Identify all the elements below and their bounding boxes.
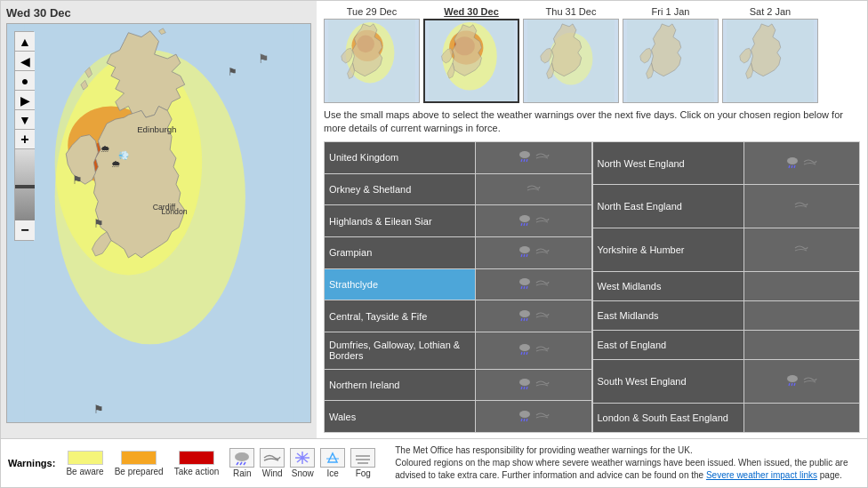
table-row[interactable]: Orkney & Shetland (325, 173, 592, 205)
wind-icon (793, 197, 809, 213)
region-name[interactable]: Central, Tayside & Fife (325, 300, 476, 332)
table-row[interactable]: Grampian (325, 236, 592, 268)
region-name[interactable]: West Midlands (592, 271, 743, 300)
region-name[interactable]: South West England (592, 360, 743, 404)
regions-table-left: United KingdomOrkney & ShetlandHighlands… (324, 141, 592, 433)
svg-line-35 (521, 223, 522, 226)
region-name[interactable]: East of England (592, 331, 743, 360)
rain-icon (517, 376, 533, 392)
severe-weather-link[interactable]: Severe weather impact links (706, 470, 817, 480)
rain-icon (784, 372, 800, 388)
uk-map-svg: Edinburgh Cardiff London ⚑ ⚑ ⚑ ⚑ 🌧 🌧 💨 ⚑ (7, 24, 310, 422)
legend-icon-fog: Fog (350, 448, 375, 478)
zoom-slider[interactable] (15, 149, 35, 220)
region-name[interactable]: Wales (325, 401, 476, 433)
svg-text:Edinburgh: Edinburgh (137, 124, 176, 134)
table-row[interactable]: United Kingdom (325, 141, 592, 173)
wind-icon (534, 376, 551, 392)
region-name[interactable]: Strathclyde (325, 268, 476, 300)
svg-line-72 (240, 462, 242, 465)
table-row[interactable]: South West England (592, 360, 860, 404)
region-name[interactable]: Dumfries, Galloway, Lothian & Borders (325, 332, 476, 369)
mini-map-tue29[interactable]: Tue 29 Dec (324, 6, 420, 103)
region-name[interactable]: Highlands & Eilean Siar (325, 205, 476, 237)
pan-left-button[interactable]: ◀ (15, 52, 35, 71)
pan-center-button[interactable]: ● (15, 71, 35, 91)
side-info: The Met Office has responsibility for pr… (386, 444, 860, 482)
app-container: Wed 30 Dec ▲ ◀ ● ▶ ▼ + − (0, 0, 868, 488)
table-row[interactable]: North East England (592, 185, 860, 228)
right-panel: Tue 29 Dec (317, 1, 867, 438)
region-name[interactable]: East Midlands (592, 300, 743, 330)
svg-line-63 (789, 165, 790, 168)
region-name[interactable]: London & South East England (592, 403, 743, 432)
pan-up-button[interactable]: ▲ (15, 32, 35, 52)
table-row[interactable]: East of England (592, 331, 860, 360)
mini-map-sat2[interactable]: Sat 2 Jan (722, 6, 818, 103)
region-name[interactable]: Yorkshire & Humber (592, 228, 743, 272)
legend-takeaction: Take action (174, 451, 220, 476)
svg-point-42 (519, 278, 530, 285)
region-name[interactable]: Orkney & Shetland (325, 173, 476, 205)
mini-map-img-thu31[interactable] (523, 19, 619, 103)
pan-down-button[interactable]: ▼ (15, 110, 35, 130)
rain-icon (517, 244, 533, 260)
main-map[interactable]: ▲ ◀ ● ▶ ▼ + − (6, 23, 311, 423)
mini-map-img-sat2[interactable] (722, 19, 818, 103)
svg-text:⚑: ⚑ (228, 66, 237, 77)
region-icons (743, 331, 860, 360)
region-name[interactable]: Northern Ireland (325, 369, 476, 401)
mini-map-img-tue29[interactable] (324, 19, 420, 103)
table-row[interactable]: North West England (592, 141, 860, 185)
region-icons (476, 173, 592, 205)
pan-right-button[interactable]: ▶ (15, 91, 35, 110)
zoom-in-button[interactable]: + (15, 130, 35, 149)
region-icons (743, 228, 860, 272)
rain-icon (517, 308, 533, 324)
table-row[interactable]: Wales (325, 401, 592, 433)
table-row[interactable]: Northern Ireland (325, 369, 592, 401)
mini-map-thu31[interactable]: Thu 31 Dec (523, 6, 619, 103)
region-name[interactable]: United Kingdom (325, 141, 476, 173)
svg-line-69 (794, 383, 795, 386)
svg-line-61 (526, 419, 527, 421)
wind-icon (534, 148, 551, 164)
legend-icon-rain: Rain (229, 448, 254, 478)
region-icons (476, 369, 592, 401)
legend-bar: Warnings: Be aware Be prepared Take acti… (1, 438, 867, 487)
table-row[interactable]: London & South East England (592, 403, 860, 432)
table-row[interactable]: Yorkshire & Humber (592, 228, 860, 272)
region-name[interactable]: Grampian (325, 236, 476, 268)
rain-label: Rain (233, 468, 252, 478)
info-text: Use the small maps above to select the w… (324, 108, 860, 136)
table-row[interactable]: Central, Tayside & Fife (325, 300, 592, 332)
mini-map-wed30[interactable]: Wed 30 Dec (423, 6, 519, 103)
mini-map-fri1[interactable]: Fri 1 Jan (623, 6, 719, 103)
legend-icon-group: Rain Wind (229, 448, 375, 478)
table-row[interactable]: Dumfries, Galloway, Lothian & Borders (325, 332, 592, 369)
zoom-out-button[interactable]: − (15, 220, 35, 240)
mini-map-img-fri1[interactable] (623, 19, 719, 103)
mini-map-img-wed30[interactable] (423, 19, 519, 103)
legend-icon-ice: Ice (320, 448, 345, 478)
svg-point-46 (519, 310, 530, 317)
legend-label-beaware: Be aware (66, 467, 103, 476)
table-row[interactable]: East Midlands (592, 300, 860, 330)
svg-line-52 (524, 352, 525, 355)
wind-icon (534, 276, 551, 292)
side-info-text1: The Met Office has responsibility for pr… (395, 445, 692, 455)
svg-line-32 (524, 159, 525, 162)
legend-beprepared: Be prepared (115, 451, 164, 476)
fog-icon-box (350, 448, 375, 468)
legend-beaware: Be aware (66, 451, 103, 476)
svg-line-68 (792, 383, 792, 386)
region-name[interactable]: North West England (592, 141, 743, 185)
map-panel: Wed 30 Dec ▲ ◀ ● ▶ ▼ + − (1, 1, 317, 438)
table-row[interactable]: Strathclyde (325, 268, 592, 300)
svg-text:💨: 💨 (118, 149, 130, 161)
table-row[interactable]: Highlands & Eilean Siar (325, 205, 592, 237)
ice-icon-box (320, 448, 345, 468)
region-icons (743, 403, 860, 432)
region-name[interactable]: North East England (592, 185, 743, 228)
table-row[interactable]: West Midlands (592, 271, 860, 300)
